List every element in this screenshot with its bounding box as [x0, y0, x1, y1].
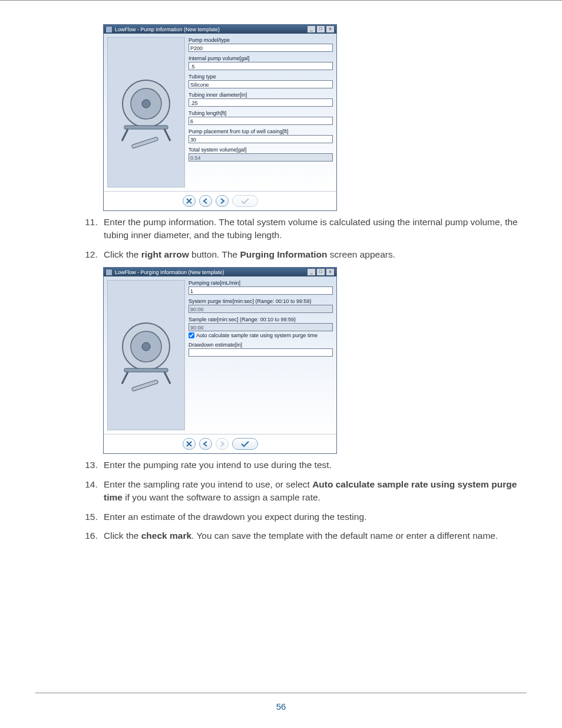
svg-line-5 [164, 129, 170, 141]
pump-info-form: Pump model/type P200 Internal pump volum… [189, 37, 333, 187]
pump-placement-label: Pump placement from top of well casing[f… [189, 129, 333, 134]
app-icon [105, 269, 113, 276]
pump-placement-input[interactable]: 30 [189, 135, 333, 143]
purge-time-output: 90:00 [189, 305, 333, 313]
total-volume-output: 0.54 [189, 153, 333, 162]
page-number: 56 [35, 693, 527, 711]
arrow-right-icon [219, 197, 226, 205]
titlebar: LowFlow - Pump Information (New template… [104, 25, 336, 34]
check-icon [240, 197, 250, 205]
auto-calc-label: Auto calculate sample rate using system … [196, 332, 318, 338]
sample-rate-label: Sample rate[min:sec] (Range: 00:10 to 99… [189, 317, 333, 322]
purge-time-label: System purge time[min:sec] (Range: 00:10… [189, 298, 333, 304]
step-text: Enter the sampling rate you intend to us… [104, 479, 312, 489]
window-title: LowFlow - Purging Information (New templ… [115, 269, 224, 275]
svg-line-11 [122, 372, 128, 384]
svg-point-2 [142, 100, 150, 108]
step-text: Enter an estimate of the drawdown you ex… [104, 512, 366, 522]
step-12: Click the right arrow button. The Purgin… [100, 248, 527, 261]
total-volume-label: Total system volume[gal] [189, 147, 333, 153]
titlebar: LowFlow - Purging Information (New templ… [104, 268, 336, 276]
pumping-rate-input[interactable]: 1 [189, 286, 333, 295]
step-bold: check mark [141, 531, 191, 541]
window-controls: _ □ x [306, 268, 335, 276]
drawdown-label: Drawdown estimate[in] [189, 342, 333, 348]
svg-rect-10 [124, 368, 168, 372]
close-icon[interactable]: x [326, 268, 335, 276]
pump-model-label: Pump model/type [189, 37, 333, 43]
step-text: Enter the pump information. The total sy… [104, 217, 518, 240]
finish-button[interactable] [232, 438, 258, 450]
sample-rate-output: 90:00 [189, 323, 333, 331]
step-text: . You can save the template with the def… [191, 531, 498, 541]
window-title: LowFlow - Pump Information (New template… [115, 27, 220, 32]
pumping-rate-label: Pumping rate[mL/min] [189, 280, 333, 286]
check-icon [240, 440, 250, 447]
svg-point-9 [142, 342, 150, 351]
step-11: Enter the pump information. The total sy… [100, 216, 527, 242]
arrow-left-icon [202, 197, 209, 205]
step-text: screen appears. [328, 249, 395, 259]
step-text: Click the [104, 249, 141, 259]
pump-illustration [107, 37, 185, 187]
next-button[interactable] [216, 195, 229, 207]
step-16: Click the check mark. You can save the t… [100, 529, 527, 542]
pump-illustration [107, 280, 185, 430]
purging-info-form: Pumping rate[mL/min] 1 System purge time… [189, 280, 333, 430]
tubing-length-input[interactable]: 6 [189, 117, 333, 125]
minimize-icon[interactable]: _ [307, 268, 316, 276]
step-15: Enter an estimate of the drawdown you ex… [100, 510, 527, 523]
drawdown-input[interactable] [189, 348, 333, 357]
svg-line-4 [122, 129, 128, 141]
tubing-id-label: Tubing inner diameter[in] [189, 92, 333, 98]
internal-volume-label: Internal pump volume[gal] [189, 55, 333, 61]
next-button[interactable] [216, 438, 229, 450]
back-button[interactable] [199, 438, 212, 450]
step-text: Click the [104, 531, 141, 541]
step-13: Enter the pumping rate you intend to use… [100, 459, 527, 472]
tubing-id-input[interactable]: .25 [189, 98, 333, 107]
minimize-icon[interactable]: _ [307, 25, 316, 33]
internal-volume-input[interactable]: .5 [189, 62, 333, 70]
pump-model-input[interactable]: P200 [189, 44, 333, 52]
document-page: LowFlow - Pump Information (New template… [0, 0, 562, 728]
maximize-icon[interactable]: □ [316, 268, 325, 276]
x-icon [186, 197, 193, 205]
step-bold: right arrow [141, 249, 189, 259]
svg-line-12 [164, 372, 170, 384]
svg-rect-3 [124, 126, 168, 129]
arrow-left-icon [202, 440, 209, 447]
window-controls: _ □ x [306, 25, 335, 33]
svg-rect-13 [131, 380, 158, 391]
tubing-type-label: Tubing type [189, 74, 333, 80]
purging-info-window: LowFlow - Purging Information (New templ… [103, 267, 337, 454]
finish-button[interactable] [232, 195, 258, 207]
cancel-button[interactable] [183, 195, 196, 207]
window2-nav [104, 434, 336, 453]
tubing-length-label: Tubing length[ft] [189, 110, 333, 116]
maximize-icon[interactable]: □ [316, 25, 325, 33]
back-button[interactable] [199, 195, 212, 207]
step-text: if you want the software to assign a sam… [123, 492, 320, 502]
auto-calc-checkbox[interactable] [189, 332, 194, 338]
instruction-list: Enter the pump information. The total sy… [35, 216, 527, 261]
step-bold: Purging Information [240, 249, 327, 259]
close-icon[interactable]: x [326, 25, 335, 33]
auto-calc-row[interactable]: Auto calculate sample rate using system … [189, 332, 333, 338]
cancel-button[interactable] [183, 438, 196, 450]
app-icon [105, 26, 113, 33]
arrow-right-icon [219, 440, 226, 447]
window1-nav [104, 191, 336, 210]
pump-info-window: LowFlow - Pump Information (New template… [103, 24, 337, 211]
tubing-type-input[interactable]: Silicone [189, 80, 333, 88]
svg-rect-6 [131, 137, 158, 149]
instruction-list: Enter the pumping rate you intend to use… [35, 459, 527, 542]
x-icon [186, 440, 193, 447]
step-14: Enter the sampling rate you intend to us… [100, 478, 527, 505]
step-text: button. The [189, 249, 240, 259]
step-text: Enter the pumping rate you intend to use… [104, 460, 332, 470]
